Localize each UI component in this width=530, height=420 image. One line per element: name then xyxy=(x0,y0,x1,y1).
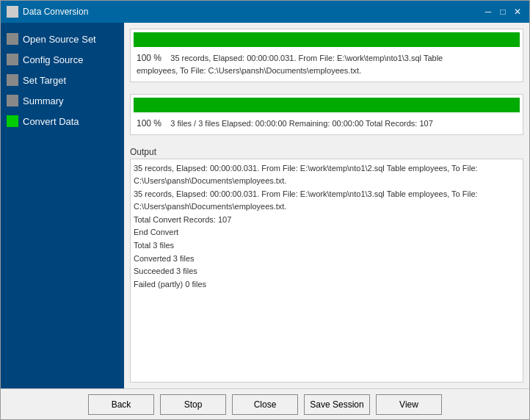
output-label: Output xyxy=(130,147,523,157)
progress-line2-1: employees, To File: C:\Users\pansh\Docum… xyxy=(137,66,361,75)
output-line: Succeeded 3 files xyxy=(134,265,520,278)
sidebar-icon-config-source xyxy=(7,54,18,65)
output-box[interactable]: 35 records, Elapsed: 00:00:00.031. From … xyxy=(130,159,523,383)
minimize-button[interactable]: ─ xyxy=(482,6,494,18)
sidebar-item-convert-data[interactable]: Convert Data xyxy=(1,111,124,131)
output-line: 35 records, Elapsed: 00:00:00.031. From … xyxy=(134,188,520,201)
output-line: C:\Users\pansh\Documents\employees.txt. xyxy=(134,200,520,214)
stop-button[interactable]: Stop xyxy=(160,394,226,415)
progress-bar-wrapper-2 xyxy=(134,98,520,112)
progress-section-1: 100 % 35 records, Elapsed: 00:00:00.031.… xyxy=(130,29,523,88)
sidebar-label-convert-data: Convert Data xyxy=(23,116,79,127)
progress-container-1: 100 % 35 records, Elapsed: 00:00:00.031.… xyxy=(130,29,523,82)
main-content: Open Source SetConfig SourceSet TargetSu… xyxy=(1,23,529,388)
close-button[interactable]: Close xyxy=(232,394,298,415)
sidebar-icon-convert-data xyxy=(7,115,18,127)
output-line: C:\Users\pansh\Documents\employees.txt. xyxy=(134,175,520,188)
progress-section-2: 100 % 3 files / 3 files Elapsed: 00:00:0… xyxy=(130,94,523,141)
content-area: 100 % 35 records, Elapsed: 00:00:00.031.… xyxy=(124,23,529,388)
sidebar-label-set-target: Set Target xyxy=(23,75,66,86)
progress-percent-1: 100 % xyxy=(137,53,161,63)
close-button[interactable]: ✕ xyxy=(512,6,523,18)
sidebar-label-open-source-set: Open Source Set xyxy=(23,34,96,45)
progress-info-1: 100 % 35 records, Elapsed: 00:00:00.031.… xyxy=(134,50,520,79)
output-line: Converted 3 files xyxy=(134,253,520,266)
main-window: Data Conversion ─ □ ✕ Open Source SetCon… xyxy=(0,0,530,420)
output-line: Total Convert Records: 107 xyxy=(134,214,520,227)
title-bar-title: Data Conversion xyxy=(7,6,88,18)
sidebar: Open Source SetConfig SourceSet TargetSu… xyxy=(1,23,124,388)
output-section: Output 35 records, Elapsed: 00:00:00.031… xyxy=(130,147,523,383)
save-session-button[interactable]: Save Session xyxy=(304,394,370,415)
sidebar-item-summary[interactable]: Summary xyxy=(1,90,124,111)
output-line: End Convert xyxy=(134,226,520,239)
output-line: Total 3 files xyxy=(134,239,520,253)
sidebar-icon-set-target xyxy=(7,74,18,86)
sidebar-item-set-target[interactable]: Set Target xyxy=(1,70,124,90)
sidebar-item-open-source-set[interactable]: Open Source Set xyxy=(1,29,124,49)
title-bar-controls: ─ □ ✕ xyxy=(482,6,523,18)
title-bar: Data Conversion ─ □ ✕ xyxy=(1,1,529,23)
progress-info-2: 100 % 3 files / 3 files Elapsed: 00:00:0… xyxy=(134,115,520,131)
progress-container-2: 100 % 3 files / 3 files Elapsed: 00:00:0… xyxy=(130,94,523,135)
footer: BackStopCloseSave SessionView xyxy=(1,388,529,419)
sidebar-icon-summary xyxy=(7,95,18,106)
sidebar-icon-open-source-set xyxy=(7,33,18,45)
window-title: Data Conversion xyxy=(23,7,88,17)
progress-line1-2: 3 files / 3 files Elapsed: 00:00:00 Rema… xyxy=(170,119,433,128)
progress-percent-2: 100 % xyxy=(137,118,161,128)
progress-bar-fill-1 xyxy=(134,32,520,47)
sidebar-label-config-source: Config Source xyxy=(23,54,83,65)
output-line: Failed (partly) 0 files xyxy=(134,278,520,292)
progress-bar-fill-2 xyxy=(134,98,520,112)
view-button[interactable]: View xyxy=(376,394,442,415)
app-icon xyxy=(7,6,18,18)
output-line: 35 records, Elapsed: 00:00:00.031. From … xyxy=(134,162,520,175)
sidebar-item-config-source[interactable]: Config Source xyxy=(1,49,124,70)
sidebar-label-summary: Summary xyxy=(23,95,64,106)
back-button[interactable]: Back xyxy=(88,394,154,415)
progress-bar-wrapper-1 xyxy=(134,32,520,47)
progress-line1-1: 35 records, Elapsed: 00:00:00.031. From … xyxy=(170,54,443,62)
maximize-button[interactable]: □ xyxy=(497,6,509,18)
